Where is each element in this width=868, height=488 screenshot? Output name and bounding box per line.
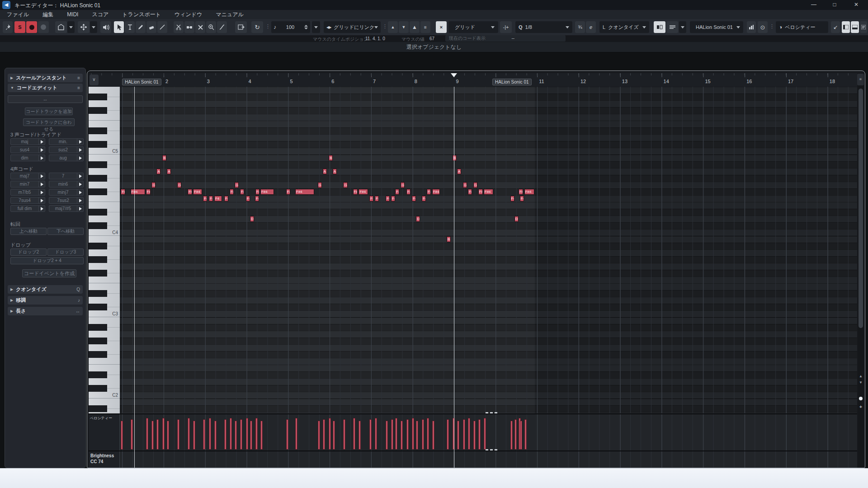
chord-button-dim[interactable]: dim (10, 155, 45, 161)
section-chord-edit[interactable]: ▼ コードエディット ≡ (8, 84, 83, 92)
chord-button-full dim[interactable]: full dim (10, 205, 45, 212)
move-up-button[interactable]: ▲ (388, 21, 398, 33)
edit-active-part-icon[interactable] (666, 21, 678, 33)
retrospective-record-icon[interactable] (38, 21, 49, 33)
chord-button-minj7[interactable]: minj7 (49, 189, 84, 196)
chord-flyout-arrow[interactable] (77, 155, 83, 161)
midi-note[interactable]: G (343, 182, 347, 188)
left-zone-toggle[interactable] (842, 21, 850, 33)
midi-note[interactable]: F4 (255, 196, 259, 202)
chord-button-maj7/#5[interactable]: maj7/#5 (49, 205, 84, 212)
midi-note[interactable]: F# (240, 189, 244, 195)
midi-note[interactable]: F#4 (260, 189, 274, 195)
velocity-bar[interactable] (203, 419, 205, 450)
menu-item-スコア[interactable]: スコア (85, 10, 115, 19)
timeline-ruler[interactable]: 23456789101112131415161718HALion Sonic 0… (89, 73, 857, 87)
velocity-bar[interactable] (255, 418, 258, 450)
chord-flyout-arrow[interactable] (38, 197, 45, 203)
keyboard-zoom-dot[interactable] (859, 397, 863, 400)
trim-tool[interactable] (125, 21, 135, 33)
add-chord-track-button[interactable]: コードトラックを追加 (25, 108, 73, 115)
inversion-button-上へ移動[interactable]: 上へ移動 (10, 228, 47, 235)
velocity-bar[interactable] (520, 421, 522, 450)
velocity-bar[interactable] (375, 418, 377, 450)
independent-loop-icon[interactable]: ↻ (251, 21, 263, 33)
midi-note[interactable]: F4 (520, 196, 524, 202)
velocity-bar[interactable] (177, 419, 179, 450)
snap-toggle[interactable]: × (436, 21, 447, 33)
midi-note[interactable]: F# (406, 189, 410, 195)
velocity-bar[interactable] (406, 419, 409, 450)
midi-note[interactable]: F# (188, 189, 192, 195)
acoustic-feedback-icon[interactable] (100, 21, 111, 33)
note-expression-options[interactable] (90, 21, 97, 33)
velocity-bar[interactable] (240, 419, 242, 450)
velocity-bar[interactable] (188, 418, 190, 450)
midi-note[interactable]: G (151, 182, 156, 188)
link-editors-icon[interactable]: ↙ (831, 21, 840, 33)
chord-button-min6[interactable]: min6 (49, 181, 84, 188)
velocity-lane-header[interactable]: ベロシティー (89, 414, 120, 450)
velocity-bar[interactable] (510, 421, 513, 450)
insert-velocity-field[interactable]: ♪100 (271, 21, 310, 33)
drop-button-ドロップ3[interactable]: ドロップ3 (47, 249, 84, 256)
velocity-bar[interactable] (146, 418, 148, 450)
velocity-bar[interactable] (260, 421, 263, 450)
note-expression-icon[interactable] (78, 21, 90, 33)
chord-button-maj7[interactable]: maj7 (10, 173, 45, 179)
section-length[interactable]: ▶ 長さ ↔ (8, 307, 83, 315)
midi-note[interactable]: D (514, 216, 519, 222)
chord-button-sus2[interactable]: sus2 (49, 146, 84, 153)
setup-toolbar-icon[interactable] (860, 21, 867, 33)
chord-flyout-arrow[interactable] (38, 173, 45, 179)
midi-note[interactable]: A (167, 169, 171, 174)
curve-tool[interactable] (217, 21, 227, 33)
menu-item-ファイル[interactable]: ファイル (0, 10, 36, 19)
glue-tool[interactable] (184, 21, 194, 33)
velocity-bar[interactable] (484, 418, 486, 450)
midi-note[interactable]: F# (519, 189, 523, 195)
insert-velocity-menu[interactable] (312, 21, 320, 33)
swing-quantize-icon[interactable]: ¾ (575, 21, 585, 33)
midi-note[interactable]: F# (353, 189, 358, 195)
split-tool[interactable] (174, 21, 184, 33)
step-input-icon[interactable] (747, 21, 756, 33)
velocity-bar[interactable] (246, 418, 248, 450)
playhead-marker[interactable] (451, 73, 457, 77)
midi-note[interactable]: F4 (203, 196, 207, 202)
midi-note[interactable]: F#4 (131, 189, 145, 195)
menu-item-トランスポート[interactable]: トランスポート (115, 10, 168, 19)
global-tracks-button[interactable]: ∨ (90, 75, 99, 85)
velocity-bar[interactable] (386, 421, 388, 450)
relative-grid-icon[interactable]: -|+ (500, 21, 512, 33)
midi-note[interactable]: B3 (447, 236, 451, 242)
chord-flyout-arrow[interactable] (38, 155, 45, 161)
draw-tool[interactable] (136, 21, 146, 33)
midi-note[interactable]: A (333, 169, 337, 174)
midi-note[interactable]: F4 (510, 196, 514, 202)
velocity-bar[interactable] (395, 418, 397, 450)
inversion-button-下へ移動[interactable]: 下へ移動 (47, 228, 84, 235)
velocity-bar[interactable] (151, 421, 154, 450)
cc-lane-header[interactable]: Brightness CC 74 (89, 451, 120, 468)
midi-note[interactable]: G (177, 182, 181, 188)
cubase-app-icon[interactable]: ◀ (2, 1, 10, 9)
midi-note[interactable]: G (235, 182, 239, 188)
velocity-bar[interactable] (478, 419, 481, 450)
midi-note[interactable]: F#4 (295, 189, 314, 195)
midi-note[interactable]: F# (468, 189, 472, 195)
midi-note[interactable]: B (162, 155, 166, 161)
chord-button-7[interactable]: 7 (49, 173, 84, 179)
create-chord-event-button[interactable]: コードイベントを作成 (22, 269, 76, 277)
chord-flyout-arrow[interactable] (38, 147, 45, 153)
velocity-bar[interactable] (514, 419, 517, 450)
chord-button-m7/b5[interactable]: m7/b5 (10, 189, 45, 196)
midi-note[interactable]: F4 (369, 196, 373, 202)
scroll-down-icon[interactable]: ▼ (859, 380, 863, 385)
chord-button-sus4[interactable]: sus4 (10, 146, 45, 153)
midi-note[interactable]: B (453, 155, 457, 161)
menu-item-MIDI[interactable]: MIDI (60, 10, 85, 19)
midi-note[interactable]: G (473, 182, 477, 188)
velocity-bar[interactable] (416, 421, 418, 450)
grid-options-dots[interactable]: ⋮ (382, 23, 387, 29)
